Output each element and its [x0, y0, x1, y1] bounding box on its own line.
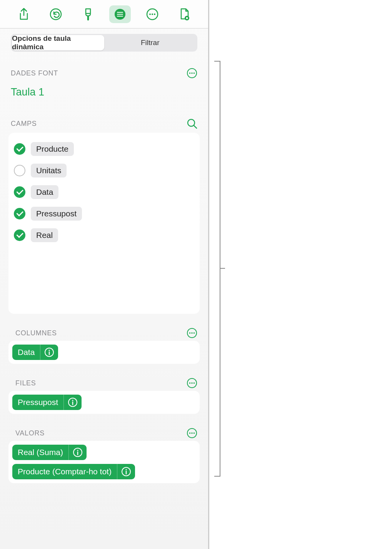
- svg-point-19: [191, 332, 193, 334]
- pill-info-button[interactable]: [117, 464, 135, 479]
- pill-label: Producte (Comptar-ho tot): [12, 464, 117, 479]
- field-checkbox[interactable]: [14, 208, 25, 219]
- callout-bracket: [214, 61, 220, 477]
- svg-point-34: [193, 432, 195, 434]
- svg-point-33: [191, 432, 193, 434]
- rows-zone[interactable]: Pressupost: [8, 391, 200, 414]
- tab-pivot-options[interactable]: Opcions de taula dinàmica: [12, 35, 104, 50]
- pivot-sidebar: Opcions de taula dinàmica Filtrar DADES …: [0, 0, 209, 549]
- svg-point-10: [186, 17, 188, 19]
- source-data-header: DADES FONT: [11, 68, 197, 79]
- svg-point-14: [193, 72, 195, 74]
- rows-more-icon[interactable]: [187, 378, 197, 388]
- pill-label: Data: [12, 345, 40, 360]
- format-button[interactable]: [77, 5, 99, 23]
- toolbar: [0, 0, 208, 28]
- field-checkbox[interactable]: [14, 165, 25, 176]
- info-icon: [73, 447, 83, 457]
- columns-label: COLUMNES: [15, 329, 57, 337]
- svg-point-22: [49, 350, 50, 351]
- field-checkbox[interactable]: [14, 229, 25, 241]
- svg-point-32: [189, 432, 191, 434]
- svg-point-7: [152, 13, 153, 15]
- field-pill-pressupost[interactable]: Pressupost: [31, 207, 82, 221]
- svg-point-25: [189, 382, 191, 384]
- column-pill-data[interactable]: Data: [12, 345, 58, 360]
- info-icon: [68, 397, 78, 407]
- share-icon: [18, 8, 30, 21]
- info-icon: [44, 347, 54, 357]
- undo-button[interactable]: [45, 5, 67, 23]
- fields-list: Producte Unitats Data Pressupost Real: [8, 133, 200, 314]
- svg-point-6: [149, 13, 151, 15]
- organize-button[interactable]: [109, 5, 131, 23]
- field-pill-real[interactable]: Real: [31, 228, 58, 242]
- svg-point-12: [189, 72, 191, 74]
- organize-icon: [113, 8, 127, 21]
- svg-line-16: [194, 126, 197, 128]
- callout-tick: [220, 268, 225, 269]
- tab-bar: Opcions de taula dinàmica Filtrar: [11, 34, 197, 52]
- field-row: Data: [14, 181, 194, 203]
- source-table-name[interactable]: Taula 1: [11, 86, 197, 98]
- rows-header: FILES: [15, 378, 197, 388]
- pill-info-button[interactable]: [69, 445, 87, 460]
- document-icon: [178, 7, 190, 21]
- columns-more-icon[interactable]: [187, 328, 197, 338]
- field-row: Real: [14, 224, 194, 246]
- field-row: Unitats: [14, 160, 194, 181]
- source-data-label: DADES FONT: [11, 69, 58, 77]
- svg-point-13: [191, 72, 193, 74]
- field-pill-data[interactable]: Data: [31, 185, 58, 199]
- columns-header: COLUMNES: [15, 328, 197, 338]
- more-icon: [146, 8, 159, 21]
- source-more-icon[interactable]: [187, 68, 197, 79]
- more-button[interactable]: [142, 5, 163, 23]
- values-more-icon[interactable]: [187, 428, 197, 439]
- value-pill-producte[interactable]: Producte (Comptar-ho tot): [12, 464, 135, 479]
- value-pill-real[interactable]: Real (Suma): [12, 445, 87, 460]
- pill-info-button[interactable]: [40, 345, 58, 360]
- fields-header: CAMPS: [11, 118, 197, 129]
- svg-point-26: [191, 382, 193, 384]
- document-button[interactable]: [173, 5, 195, 23]
- svg-point-29: [72, 400, 73, 401]
- pill-info-button[interactable]: [64, 395, 82, 410]
- field-pill-producte[interactable]: Producte: [31, 142, 74, 156]
- tab-filter[interactable]: Filtrar: [104, 35, 197, 50]
- info-icon: [121, 467, 131, 477]
- pill-label: Pressupost: [12, 395, 64, 410]
- paintbrush-icon: [82, 7, 94, 21]
- values-zone[interactable]: Real (Suma) Producte (Comptar-ho tot): [8, 441, 200, 483]
- rows-label: FILES: [15, 379, 36, 387]
- field-row: Pressupost: [14, 203, 194, 224]
- svg-point-20: [193, 332, 195, 334]
- svg-point-18: [189, 332, 191, 334]
- svg-point-27: [193, 382, 195, 384]
- field-checkbox[interactable]: [14, 186, 25, 198]
- fields-label: CAMPS: [11, 120, 37, 128]
- field-pill-unitats[interactable]: Unitats: [31, 164, 67, 177]
- values-label: VALORS: [15, 429, 45, 437]
- search-icon[interactable]: [187, 118, 197, 129]
- values-header: VALORS: [15, 428, 197, 439]
- pill-label: Real (Suma): [12, 445, 69, 460]
- svg-point-36: [77, 450, 78, 451]
- share-button[interactable]: [13, 5, 35, 23]
- field-row: Producte: [14, 138, 194, 160]
- svg-point-39: [125, 469, 127, 470]
- row-pill-pressupost[interactable]: Pressupost: [12, 395, 82, 410]
- columns-zone[interactable]: Data: [8, 341, 200, 364]
- svg-point-8: [154, 13, 155, 15]
- field-checkbox[interactable]: [14, 143, 25, 155]
- undo-icon: [49, 8, 62, 21]
